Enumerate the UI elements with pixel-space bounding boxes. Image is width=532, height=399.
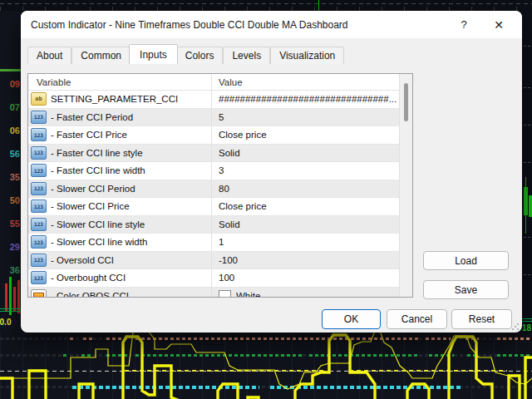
save-button[interactable]: Save — [423, 280, 509, 299]
value-cell[interactable]: Close price — [212, 126, 412, 144]
value-cell[interactable]: -100 — [212, 252, 412, 269]
resize-grip[interactable] — [511, 323, 520, 331]
grid-dash — [524, 46, 530, 47]
dialog-title: Custom Indicator - Nine Timeframes Doubl… — [31, 19, 348, 31]
color-swatch — [219, 290, 231, 298]
value-cell[interactable]: Close price — [212, 198, 412, 215]
tab-common[interactable]: Common — [71, 47, 131, 64]
variable-cell: 123- Slower CCI line style — [28, 216, 212, 234]
grid-dash — [524, 125, 530, 126]
variable-cell: 123- Faster CCI Period — [28, 109, 212, 126]
table-row[interactable]: - Color OBOS CCIWhite — [28, 288, 412, 298]
number-parameter-icon: 123 — [31, 235, 47, 249]
table-row[interactable]: abSETTING_PARAMETER_CCI#################… — [28, 91, 412, 109]
value-cell[interactable]: ################################... — [212, 91, 412, 108]
value-cell[interactable]: 3 — [212, 162, 412, 180]
table-rows: abSETTING_PARAMETER_CCI#################… — [28, 91, 412, 298]
text-parameter-icon: ab — [31, 92, 47, 106]
tab-about[interactable]: About — [27, 47, 71, 64]
table-row[interactable]: 123- Slower CCI Period80 — [28, 180, 412, 199]
dashboard-scale-value: 56 — [0, 149, 20, 159]
candle — [5, 283, 7, 312]
reset-button[interactable]: Reset — [451, 309, 512, 329]
variable-cell: 123- Slower CCI line width — [28, 234, 212, 251]
table-row[interactable]: 123- Slower CCI PriceClose price — [28, 198, 412, 216]
variable-cell: 123- Faster CCI line style — [28, 145, 212, 162]
tab-visualization[interactable]: Visualization — [270, 47, 344, 64]
column-header-value[interactable]: Value — [212, 74, 412, 90]
value-cell[interactable]: Solid — [212, 145, 412, 162]
table-row[interactable]: 123- Oversold CCI-100 — [28, 252, 412, 270]
ok-button[interactable]: OK — [322, 309, 381, 329]
value-cell[interactable]: 80 — [212, 180, 412, 198]
table-scrollbar[interactable] — [399, 74, 412, 297]
dashboard-scale-value: 50 — [0, 195, 20, 205]
candle — [524, 187, 528, 215]
table-row[interactable]: 123- Overbought CCI100 — [28, 269, 412, 288]
variable-name: - Slower CCI Price — [51, 201, 130, 211]
table-header: Variable Value — [28, 74, 412, 91]
variable-cell: 123- Slower CCI Period — [28, 180, 212, 198]
candle — [529, 195, 532, 217]
ma-line — [0, 308, 21, 309]
variable-name: SETTING_PARAMETER_CCI — [51, 94, 178, 104]
number-parameter-icon: 123 — [31, 182, 47, 195]
color-parameter-icon — [31, 289, 47, 298]
value-text: White — [236, 291, 260, 298]
value-cell[interactable]: White — [212, 288, 412, 298]
variable-cell: 123- Slower CCI Price — [28, 198, 212, 215]
variable-name: - Faster CCI Period — [51, 112, 133, 122]
tab-colors[interactable]: Colors — [176, 47, 224, 64]
close-button[interactable]: ✕ — [482, 11, 515, 38]
value-text: 3 — [219, 165, 224, 175]
value-text: 5 — [219, 112, 224, 122]
custom-indicator-dialog: Custom Indicator - Nine Timeframes Doubl… — [21, 11, 522, 332]
table-row[interactable]: 123- Faster CCI Period5 — [28, 109, 412, 127]
tab-inputs[interactable]: Inputs — [129, 44, 178, 64]
value-text: Close price — [219, 201, 267, 211]
value-cell[interactable]: Solid — [212, 216, 412, 234]
dashboard-scale-value: 55 — [0, 219, 20, 229]
dashboard-scale-value: 07 — [0, 102, 20, 112]
table-row[interactable]: 123- Faster CCI PriceClose price — [28, 126, 412, 145]
value-cell[interactable]: 5 — [212, 109, 412, 126]
column-header-variable[interactable]: Variable — [28, 74, 212, 90]
value-text: Solid — [219, 219, 240, 229]
chart-left-edge: 090706563550552936 50.0 — [0, 11, 21, 332]
dashboard-green-bar — [0, 69, 21, 71]
variable-name: - Color OBOS CCI — [51, 291, 129, 298]
table-row[interactable]: 123- Slower CCI line width1 — [28, 234, 412, 252]
value-cell[interactable]: 100 — [212, 269, 412, 287]
number-parameter-icon: 123 — [31, 271, 47, 284]
variable-name: - Faster CCI Price — [51, 130, 127, 140]
table-row[interactable]: 123- Faster CCI line width3 — [28, 162, 412, 180]
scrollbar-thumb[interactable] — [404, 83, 408, 121]
price-label-right: 18 — [522, 323, 531, 332]
variable-cell: abSETTING_PARAMETER_CCI — [28, 91, 212, 108]
dialog-titlebar[interactable]: Custom Indicator - Nine Timeframes Doubl… — [21, 11, 522, 38]
variable-cell: 123- Faster CCI Price — [28, 126, 212, 144]
number-parameter-icon: 123 — [31, 146, 47, 160]
inputs-parameter-table: Variable Value abSETTING_PARAMETER_CCI##… — [27, 73, 413, 298]
table-row[interactable]: 123- Faster CCI line styleSolid — [28, 145, 412, 163]
variable-cell: 123- Overbought CCI — [28, 269, 212, 287]
dashboard-scale-value: 06 — [0, 126, 20, 135]
dashboard-scale-value: 29 — [0, 242, 20, 252]
table-row[interactable]: 123- Slower CCI line styleSolid — [28, 216, 412, 234]
ma-line — [522, 321, 532, 322]
number-parameter-icon: 123 — [31, 254, 47, 267]
cancel-button[interactable]: Cancel — [387, 309, 447, 329]
variable-cell: 123- Oversold CCI — [28, 252, 212, 269]
value-text: 1 — [219, 237, 224, 247]
value-cell[interactable]: 1 — [212, 234, 412, 251]
dashboard-scale-value: 09 — [0, 79, 20, 89]
grid-dash — [524, 87, 530, 88]
candle — [9, 277, 12, 315]
load-button[interactable]: Load — [423, 251, 509, 270]
variable-name: - Faster CCI line width — [51, 165, 145, 175]
variable-name: - Slower CCI Period — [51, 184, 135, 194]
help-button[interactable]: ? — [447, 11, 480, 38]
chart-top-strip — [0, 0, 532, 11]
tab-strip: AboutCommonInputsColorsLevelsVisualizati… — [27, 45, 344, 64]
tab-levels[interactable]: Levels — [223, 47, 270, 64]
